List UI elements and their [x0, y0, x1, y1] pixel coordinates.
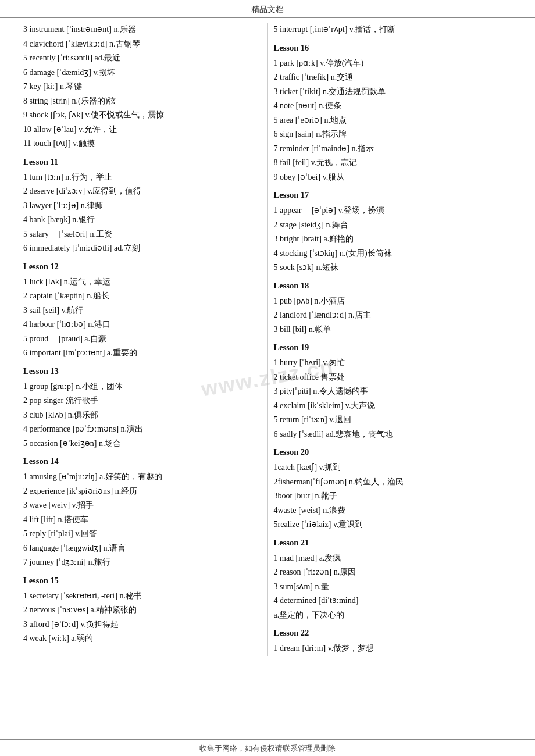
vocab-entry: 6 sadly [ˈsædli] ad.悲哀地，丧气地	[274, 427, 512, 442]
lesson-heading: Lesson 14	[23, 453, 262, 470]
vocab-entry: 5 interrupt [ˌintəˈrʌpt] v.插话，打断	[274, 23, 512, 37]
vocab-entry: 6 immediately [iˈmiːdiətli] ad.立刻	[23, 241, 262, 256]
lesson-heading: Lesson 11	[23, 154, 262, 170]
vocab-entry: 2 ticket office 售票处	[274, 370, 512, 385]
vocab-entry: 2 reason [ˈriːzən] n.原因	[274, 565, 512, 580]
vocab-entry: 10 allow [əˈlau] v.允许，让	[23, 123, 262, 137]
vocab-entry: 4 note [nəut] n.便条	[274, 99, 512, 113]
vocab-entry: 5 occasion [əˈkeiʒən] n.场合	[23, 437, 262, 451]
left-column: 3 instrument [ˈinstrəmənt] n.乐器4 clavich…	[17, 23, 268, 656]
vocab-entry: 3 club [klʌb] n.俱乐部	[23, 408, 262, 423]
vocab-entry: 8 string [striŋ] n.(乐器的)弦	[23, 94, 262, 109]
vocab-entry: 4 clavichord [ˈklævikɔːd] n.古钢琴	[23, 37, 262, 52]
vocab-entry: 7 reminder [riˈmaində] n.指示	[274, 142, 512, 156]
vocab-entry: 1 amusing [əˈmjuːziŋ] a.好笑的，有趣的	[23, 470, 262, 484]
vocab-entry: 3 wave [weiv] v.招手	[23, 498, 262, 513]
vocab-entry: 2 stage [steidʒ] n.舞台	[274, 218, 512, 233]
vocab-entry: 3 pity[ˈpiti] n.令人遗憾的事	[274, 384, 512, 399]
vocab-entry: 2 experience [ikˈspiəriəns] n.经历	[23, 484, 262, 499]
vocab-entry: 5 area [ˈeəriə] n.地点	[274, 113, 512, 128]
vocab-entry: 3 lawyer [ˈlɔːjə] n.律师	[23, 199, 262, 213]
page-header: 精品文档	[0, 0, 535, 18]
vocab-entry: 5realize [ˈriəlaiz] v.意识到	[274, 518, 512, 532]
lesson-heading: Lesson 18	[274, 277, 512, 294]
vocab-entry: 6 sign [sain] n.指示牌	[274, 127, 512, 142]
footer-text: 收集于网络，如有侵权请联系管理员删除	[199, 744, 336, 753]
lesson-heading: Lesson 17	[274, 187, 512, 204]
vocab-entry: 1 luck [lʌk] n.运气，幸运	[23, 275, 262, 290]
vocab-entry: 7 key [kiː] n.琴键	[23, 80, 262, 94]
vocab-entry: 1 pub [pʌb] n.小酒店	[274, 294, 512, 309]
vocab-entry: 1catch [kætʃ] v.抓到	[274, 461, 512, 475]
vocab-entry: 4 exclaim [ikˈskleim] v.大声说	[274, 399, 512, 413]
lesson-heading: Lesson 16	[274, 40, 512, 56]
vocab-entry: 4 lift [lift] n.搭便车	[23, 513, 262, 527]
vocab-entry: 4waste [weist] n.浪费	[274, 504, 512, 518]
vocab-entry: 5 reply [riˈplai] v.回答	[23, 527, 262, 541]
vocab-entry: 1 turn [tɜːn] n.行为，举止	[23, 170, 262, 185]
vocab-entry: 2 captain [ˈkæptin] n.船长	[23, 289, 262, 304]
vocab-entry: 1 appear [əˈpiə] v.登场，扮演	[274, 204, 512, 218]
vocab-entry: 6 important [imˈpɔːtənt] a.重要的	[23, 346, 262, 361]
vocab-entry: 2 traffic [ˈtræfik] n.交通	[274, 70, 512, 85]
lesson-heading: Lesson 12	[23, 258, 262, 275]
lesson-heading: Lesson 22	[274, 625, 512, 641]
lesson-heading: Lesson 20	[274, 444, 512, 461]
vocab-entry: 5 recently [ˈriːsəntli] ad.最近	[23, 51, 262, 66]
lesson-heading: Lesson 13	[23, 363, 262, 380]
vocab-entry: 3 bill [bil] n.帐单	[274, 323, 512, 337]
vocab-entry: 4 stocking [ˈstɔkiŋ] n.(女用)长筒袜	[274, 247, 512, 261]
vocab-entry: 4 bank [bæŋk] n.银行	[23, 213, 262, 227]
vocab-entry: 8 fail [feil] v.无视，忘记	[274, 156, 512, 170]
vocab-entry: 4 harbour [ˈhɑːbə] n.港口	[23, 318, 262, 332]
vocab-entry: 6 language [ˈlæŋgwidʒ] n.语言	[23, 541, 262, 556]
vocab-entry: 5 proud [praud] a.自豪	[23, 332, 262, 347]
vocab-entry: 5 sock [sɔk] n.短袜	[274, 261, 512, 275]
vocab-entry: 6 damage [ˈdæmidʒ] v.损坏	[23, 66, 262, 80]
vocab-entry: 4 determined [diˈtɜːmind]	[274, 594, 512, 608]
vocab-entry: 1 dream [driːm] v.做梦，梦想	[274, 641, 512, 656]
vocab-entry: 1 secretary [ˈsekrətəri, -teri] n.秘书	[23, 589, 262, 604]
vocab-entry: 9 obey [əˈbei] v.服从	[274, 170, 512, 185]
lesson-heading: Lesson 15	[23, 572, 262, 589]
vocab-entry: a.坚定的，下决心的	[274, 608, 512, 623]
vocab-entry: 2 landlord [ˈlændlɔːd] n.店主	[274, 308, 512, 323]
header-title: 精品文档	[251, 5, 284, 14]
vocab-entry: 2fisherman[ˈfiʃəmən] n.钓鱼人，渔民	[274, 475, 512, 490]
vocab-entry: 9 shock [ʃɔk, ʃʌk] v.使不悦或生气，震惊	[23, 108, 262, 123]
page-footer: 收集于网络，如有侵权请联系管理员删除	[0, 739, 535, 756]
main-content: 3 instrument [ˈinstrəmənt] n.乐器4 clavich…	[0, 18, 535, 679]
vocab-entry: 5 return [riˈtɜːn] v.退回	[274, 413, 512, 427]
vocab-entry: 3boot [buːt] n.靴子	[274, 489, 512, 504]
vocab-entry: 3 afford [əˈfɔːd] v.负担得起	[23, 618, 262, 632]
vocab-entry: 2 pop singer 流行歌手	[23, 394, 262, 408]
right-column: 5 interrupt [ˌintəˈrʌpt] v.插话，打断Lesson 1…	[268, 23, 518, 656]
vocab-entry: 3 ticket [ˈtikit] n.交通法规罚款单	[274, 85, 512, 99]
vocab-entry: 1 hurry [ˈhʌri] v.匆忙	[274, 356, 512, 370]
lesson-heading: Lesson 19	[274, 339, 512, 356]
vocab-entry: 7 journey [ˈdʒɜːni] n.旅行	[23, 555, 262, 570]
vocab-entry: 2 nervous [ˈnɜːvəs] a.精神紧张的	[23, 603, 262, 618]
vocab-entry: 1 park [pɑːk] v.停放(汽车)	[274, 56, 512, 71]
vocab-entry: 3 sum[sʌm] n.量	[274, 580, 512, 594]
vocab-entry: 4 performance [pəˈfɔːməns] n.演出	[23, 422, 262, 437]
vocab-entry: 1 mad [mæd] a.发疯	[274, 551, 512, 566]
lesson-heading: Lesson 21	[274, 534, 512, 551]
vocab-entry: 3 instrument [ˈinstrəmənt] n.乐器	[23, 23, 262, 37]
vocab-entry: 3 sail [seil] v.航行	[23, 304, 262, 318]
vocab-entry: 3 bright [brait] a.鲜艳的	[274, 232, 512, 247]
vocab-entry: 5 salary [ˈsæləri] n.工资	[23, 227, 262, 242]
vocab-entry: 1 group [gruːp] n.小组，团体	[23, 380, 262, 394]
vocab-entry: 11 touch [tʌtʃ] v.触摸	[23, 137, 262, 151]
vocab-entry: 2 deserve [diˈzɜːv] v.应得到，值得	[23, 184, 262, 199]
vocab-entry: 4 weak [wiːk] a.弱的	[23, 632, 262, 646]
